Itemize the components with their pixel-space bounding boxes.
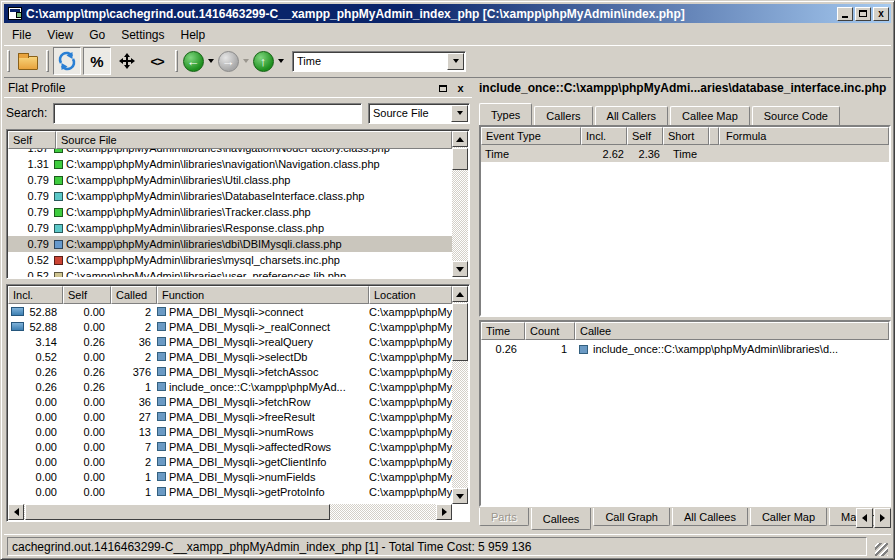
- table-row[interactable]: 0.00 0.00 27 PMA_DBI_Mysqli->freeResult …: [8, 409, 452, 424]
- toolbar-handle[interactable]: [46, 50, 49, 72]
- table-row[interactable]: 52.88 0.00 2 PMA_DBI_Mysqli->connect C:\…: [8, 304, 452, 319]
- minimize-button[interactable]: [837, 7, 853, 21]
- tab[interactable]: All Callers: [595, 106, 669, 125]
- table-row[interactable]: 0.00 0.00 1 PMA_DBI_Mysqli->getProtoInfo…: [8, 484, 452, 499]
- back-dropdown[interactable]: [205, 47, 216, 75]
- tab[interactable]: All Callees: [672, 508, 748, 526]
- scroll-thumb[interactable]: [25, 504, 330, 520]
- column-header-callee[interactable]: Callee: [575, 322, 889, 340]
- event-type-selector[interactable]: Time: [292, 51, 466, 72]
- scroll-thumb[interactable]: [452, 148, 468, 170]
- maximize-button[interactable]: [855, 7, 871, 21]
- table-row[interactable]: 0.00 0.00 7 PMA_DBI_Mysqli->affectedRows…: [8, 439, 452, 454]
- column-header-location[interactable]: Location: [369, 286, 452, 304]
- table-row[interactable]: 0.79 C:\xampp\phpMyAdmin\libraries\Track…: [8, 204, 452, 220]
- table-row[interactable]: 0.00 0.00 1 PMA_DBI_Mysqli->numFields C:…: [8, 469, 452, 484]
- table-row[interactable]: 0.26 0.26 1 include_once::C:\xampp\phpMy…: [8, 379, 452, 394]
- table-row[interactable]: 0.52 C:\xampp\phpMyAdmin\libraries\mysql…: [8, 252, 452, 268]
- column-header-count[interactable]: Count: [525, 322, 575, 340]
- table-row[interactable]: 52.88 0.00 2 PMA_DBI_Mysqli->_realConnec…: [8, 319, 452, 334]
- tab[interactable]: Callers: [534, 106, 592, 125]
- scroll-down-button[interactable]: [452, 261, 468, 277]
- menu-item[interactable]: View: [39, 26, 81, 44]
- open-file-button[interactable]: [14, 47, 42, 75]
- close-button[interactable]: x: [873, 7, 889, 21]
- tab[interactable]: Parts: [479, 508, 529, 526]
- relative-percent-button[interactable]: %: [83, 47, 111, 75]
- tab[interactable]: Caller Map: [750, 508, 827, 526]
- table-row[interactable]: 0.79 C:\xampp\phpMyAdmin\libraries\Util.…: [8, 172, 452, 188]
- reload-button[interactable]: [53, 47, 81, 75]
- table-row[interactable]: 0.26 0.26 376 PMA_DBI_Mysqli->fetchAssoc…: [8, 364, 452, 379]
- toolbar-handle[interactable]: [7, 50, 10, 72]
- column-header-incl[interactable]: Incl.: [8, 286, 63, 304]
- column-header-short[interactable]: Short: [663, 127, 709, 145]
- column-header-formula[interactable]: Formula: [719, 127, 889, 145]
- group-by-selector[interactable]: Source File: [368, 103, 470, 124]
- tab[interactable]: Source Code: [752, 106, 840, 125]
- column-header-function[interactable]: Function: [157, 286, 369, 304]
- column-header-self[interactable]: Self: [8, 131, 56, 149]
- dock-close-button[interactable]: x: [453, 81, 468, 95]
- menu-item[interactable]: Help: [173, 26, 214, 44]
- tab[interactable]: Callee Map: [670, 106, 750, 125]
- toolbar-handle[interactable]: [175, 50, 178, 72]
- column-header-source-file[interactable]: Source File: [56, 131, 452, 149]
- menu-item[interactable]: Go: [81, 26, 113, 44]
- scroll-up-button[interactable]: [452, 286, 468, 302]
- vertical-scrollbar[interactable]: [452, 286, 468, 504]
- scroll-thumb[interactable]: [452, 303, 468, 361]
- dock-float-button[interactable]: [435, 81, 450, 95]
- column-header-time[interactable]: Time: [481, 322, 525, 340]
- tabs-scroll-right-button[interactable]: [874, 508, 891, 528]
- column-header-event-type[interactable]: Event Type: [481, 127, 581, 145]
- scroll-up-button[interactable]: [452, 131, 468, 147]
- table-row[interactable]: 0.79 C:\xampp\phpMyAdmin\libraries\dbi\D…: [8, 236, 452, 252]
- tab[interactable]: Callees: [531, 508, 592, 530]
- menu-bar: FileViewGoSettingsHelp: [4, 24, 891, 45]
- column-header-called[interactable]: Called: [111, 286, 157, 304]
- table-row[interactable]: 0.26 1 include_once::C:\xampp\phpMyAdmin…: [481, 340, 889, 358]
- up-button[interactable]: ↑: [252, 47, 274, 75]
- function-table: Incl. Self Called Function Location 52.8…: [6, 284, 470, 522]
- incl-cost-cell: 0.26: [8, 381, 63, 393]
- table-row[interactable]: 0.00 0.00 2 PMA_DBI_Mysqli->getClientInf…: [8, 454, 452, 469]
- column-header-incl[interactable]: Incl.: [581, 127, 627, 145]
- up-dropdown[interactable]: [275, 47, 286, 75]
- table-row[interactable]: 0.79 C:\xampp\phpMyAdmin\libraries\Respo…: [8, 220, 452, 236]
- search-input[interactable]: [53, 103, 362, 124]
- table-row[interactable]: 0.00 0.00 36 PMA_DBI_Mysqli->fetchRow C:…: [8, 394, 452, 409]
- self-cell: 2.36: [627, 148, 663, 160]
- menu-item[interactable]: File: [4, 26, 39, 44]
- resize-grip[interactable]: [875, 543, 888, 556]
- back-button[interactable]: ←: [182, 47, 204, 75]
- source-file-rows: 1.37 C:\xampp\phpMyAdmin\libraries\navig…: [8, 149, 452, 277]
- table-row[interactable]: Time 2.62 2.36 Time: [481, 145, 889, 162]
- tab[interactable]: Types: [479, 103, 532, 125]
- table-row[interactable]: 0.52 C:\xampp\phpMyAdmin\libraries\user_…: [8, 268, 452, 277]
- forward-button[interactable]: →: [217, 47, 239, 75]
- combo-drop-button[interactable]: [447, 53, 464, 70]
- horizontal-scrollbar[interactable]: [8, 504, 452, 520]
- vertical-scrollbar[interactable]: [452, 131, 468, 277]
- table-row[interactable]: 1.31 C:\xampp\phpMyAdmin\libraries\navig…: [8, 156, 452, 172]
- scroll-down-button[interactable]: [452, 488, 468, 504]
- combo-drop-button[interactable]: [451, 105, 468, 122]
- table-row[interactable]: 0.00 0.00 13 PMA_DBI_Mysqli->numRows C:\…: [8, 424, 452, 439]
- column-header-self[interactable]: Self: [627, 127, 663, 145]
- table-row[interactable]: 0.52 0.00 2 PMA_DBI_Mysqli->selectDb C:\…: [8, 349, 452, 364]
- file-path-cell: C:\xampp\phpMyAdmin\libraries\user_prefe…: [66, 270, 452, 277]
- table-row[interactable]: 3.14 0.26 36 PMA_DBI_Mysqli->realQuery C…: [8, 334, 452, 349]
- tab[interactable]: Call Graph: [593, 508, 670, 526]
- menu-item[interactable]: Settings: [113, 26, 172, 44]
- tabs-scroll-left-button[interactable]: [856, 508, 873, 528]
- scroll-right-button[interactable]: [436, 504, 452, 520]
- table-row[interactable]: 0.79 C:\xampp\phpMyAdmin\libraries\Datab…: [8, 188, 452, 204]
- cycle-detection-button[interactable]: [113, 47, 141, 75]
- table-row[interactable]: 1.37 C:\xampp\phpMyAdmin\libraries\navig…: [8, 149, 452, 156]
- dock-title-bar[interactable]: Flat Profile x: [4, 79, 472, 98]
- scroll-left-button[interactable]: [8, 504, 24, 520]
- column-header-self[interactable]: Self: [63, 286, 111, 304]
- shorten-templates-button[interactable]: <>: [143, 47, 171, 75]
- forward-dropdown[interactable]: [240, 47, 251, 75]
